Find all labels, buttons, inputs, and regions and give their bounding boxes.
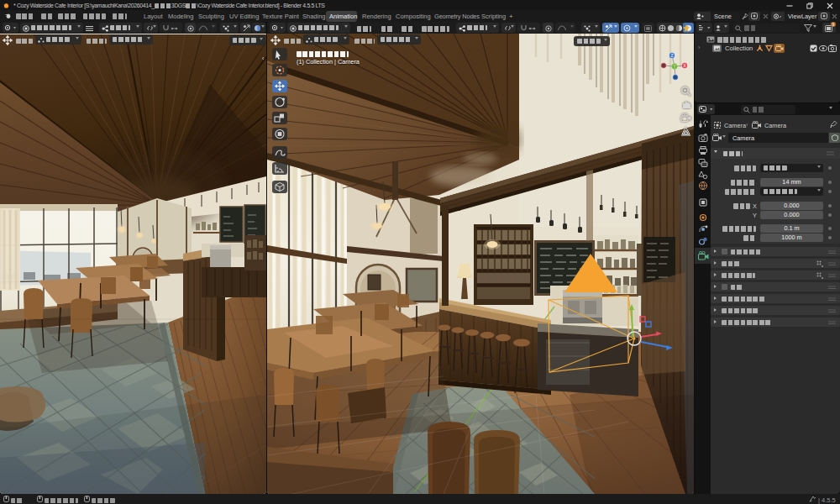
svg-text:X: X [683, 64, 685, 68]
svg-text:Z: Z [671, 54, 674, 58]
svg-text:Y: Y [673, 65, 675, 69]
